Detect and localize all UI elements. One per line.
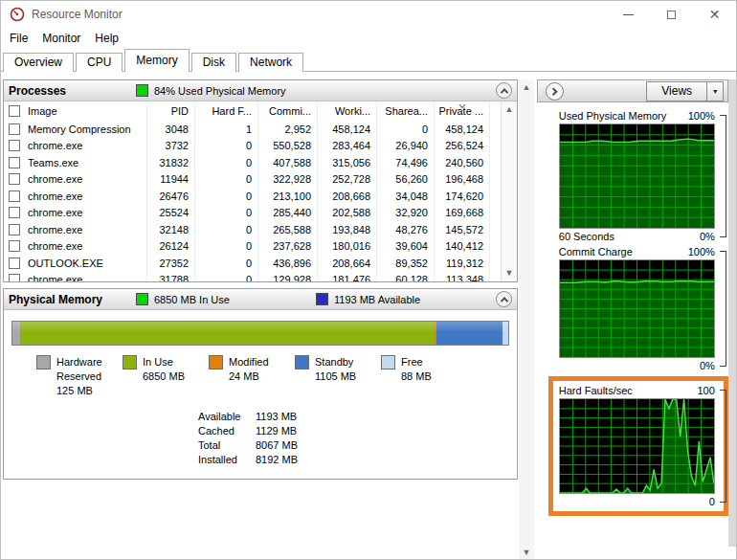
table-row[interactable]: chrome.exe317880129,928181,47660,128113,… [4, 272, 501, 282]
axis-bracket [720, 251, 726, 367]
tab-disk[interactable]: Disk [191, 53, 236, 72]
legend-item: In Use 6850 MB [123, 355, 209, 398]
process-name: Memory Compression [28, 123, 131, 135]
bar-segment-hardware-reserved [12, 322, 20, 345]
process-name: chrome.exe [28, 140, 82, 151]
table-row[interactable]: chrome.exe321480265,588193,84848,276145,… [4, 221, 501, 238]
legend-item: Modified 24 MB [209, 355, 295, 398]
used-physical-memory-chart [559, 123, 715, 229]
right-scrollbar-track[interactable] [728, 79, 736, 547]
maximize-button[interactable] [650, 1, 693, 28]
process-name: chrome.exe [28, 207, 82, 218]
table-row[interactable]: Memory Compression304812,952458,1240458,… [4, 121, 501, 138]
left-column: Processes 84% Used Physical Memory Image… [3, 79, 518, 560]
select-all-checkbox[interactable] [9, 105, 20, 117]
cell-hard: 0 [195, 205, 258, 222]
hard-faults-graph: Hard Faults/sec 100 0 [559, 383, 728, 509]
row-checkbox[interactable] [9, 240, 20, 252]
cell-working: 193,848 [318, 221, 377, 238]
cell-commit: 237,628 [258, 238, 318, 256]
graph-max-label: 100% [688, 246, 715, 258]
column-header[interactable]: PID [147, 101, 195, 121]
column-header[interactable]: Commi... [258, 101, 318, 121]
cell-commit: 436,896 [258, 255, 318, 272]
resource-monitor-window: Resource Monitor ✕ FileMonitorHelp Overv… [0, 0, 737, 560]
row-checkbox[interactable] [9, 190, 20, 202]
cell-working: 208,664 [318, 255, 377, 272]
physical-memory-collapse-button[interactable] [496, 291, 512, 307]
table-scrollbar[interactable]: ▲ ▼ [501, 101, 517, 281]
row-checkbox[interactable] [9, 173, 20, 185]
cell-pid: 27352 [147, 255, 195, 272]
column-header[interactable]: Sharea... [377, 101, 435, 121]
tab-overview[interactable]: Overview [3, 53, 74, 72]
maximize-icon [667, 11, 676, 19]
table-row[interactable]: chrome.exe119440322,928252,72856,260196,… [4, 171, 501, 189]
tab-cpu[interactable]: CPU [76, 53, 123, 72]
minimize-icon [623, 14, 634, 15]
legend-item: Standby 1105 MB [295, 355, 381, 398]
views-button[interactable]: Views ▼ [646, 81, 724, 101]
minimize-button[interactable] [607, 1, 650, 28]
cell-commit: 213,100 [258, 188, 318, 205]
window-title: Resource Monitor [32, 8, 123, 21]
table-row[interactable]: Teams.exe318320407,588315,05674,496240,5… [4, 154, 501, 171]
menu-item-help[interactable]: Help [95, 30, 126, 47]
memory-stat-row: Installed8192 MB [198, 453, 517, 467]
column-header[interactable]: Private ... [435, 101, 490, 121]
memory-composition-bar [11, 321, 509, 346]
close-button[interactable]: ✕ [693, 1, 736, 28]
row-checkbox[interactable] [9, 224, 20, 235]
cell-pid: 3048 [147, 121, 195, 138]
axis-bracket [720, 115, 726, 237]
legend-swatch [209, 355, 223, 370]
cell-pid: 3732 [147, 138, 195, 155]
graph-max-label: 100 [697, 385, 714, 396]
tab-network[interactable]: Network [238, 53, 303, 72]
legend-swatch [123, 355, 137, 370]
row-checkbox[interactable] [9, 207, 20, 218]
table-row[interactable]: chrome.exe37320550,528283,46426,940256,5… [4, 138, 501, 155]
menu-item-monitor[interactable]: Monitor [42, 30, 88, 47]
row-checkbox[interactable] [9, 140, 20, 151]
cell-private: 113,348 [435, 272, 490, 282]
column-header[interactable]: Worki... [318, 101, 377, 121]
cell-commit: 407,588 [258, 154, 318, 171]
right-column: Views ▼ Used Physical Memory 100% 60 Sec… [537, 79, 728, 560]
cell-pid: 31788 [147, 272, 195, 282]
expand-panel-button[interactable] [546, 82, 564, 101]
table-row[interactable]: chrome.exe255240285,440202,58832,920169,… [4, 205, 501, 222]
cell-commit: 550,528 [258, 138, 318, 155]
menu-item-file[interactable]: File [10, 30, 35, 47]
cell-private: 145,572 [435, 221, 490, 238]
scroll-down-icon[interactable]: ▼ [505, 269, 514, 278]
main-scrollbar[interactable]: ▲ ▼ [519, 79, 534, 560]
column-header[interactable]: Image [4, 101, 147, 121]
row-checkbox[interactable] [9, 123, 20, 135]
scroll-up-icon[interactable]: ▲ [522, 83, 530, 92]
row-checkbox[interactable] [9, 157, 20, 168]
legend-swatch [295, 355, 309, 370]
graph-min-label: 0 [709, 496, 715, 507]
graph-title: Hard Faults/sec [559, 385, 633, 396]
cell-shareable: 39,604 [377, 238, 435, 256]
table-row[interactable]: chrome.exe264760213,100208,66834,048174,… [4, 188, 501, 205]
row-checkbox[interactable] [9, 274, 20, 281]
processes-status: 84% Used Physical Memory [154, 85, 286, 97]
scroll-down-icon[interactable]: ▼ [522, 549, 530, 557]
views-dropdown-icon[interactable]: ▼ [706, 82, 723, 101]
tab-bar: OverviewCPUMemoryDiskNetwork [1, 49, 736, 72]
column-header[interactable]: Hard F... [195, 101, 258, 121]
scroll-up-icon[interactable]: ▲ [505, 105, 514, 114]
table-row[interactable]: OUTLOOK.EXE273520436,896208,66489,352119… [4, 255, 501, 272]
views-label: Views [647, 82, 706, 101]
processes-collapse-button[interactable] [496, 82, 512, 99]
tab-memory[interactable]: Memory [124, 49, 189, 72]
cell-working: 252,728 [318, 171, 377, 189]
table-row[interactable]: chrome.exe261240237,628180,01639,604140,… [4, 238, 501, 256]
row-checkbox[interactable] [9, 258, 20, 269]
cell-private: 169,668 [435, 205, 490, 222]
graph-max-label: 100% [688, 110, 715, 122]
cell-hard: 0 [195, 238, 258, 256]
cell-pid: 26476 [147, 188, 195, 205]
